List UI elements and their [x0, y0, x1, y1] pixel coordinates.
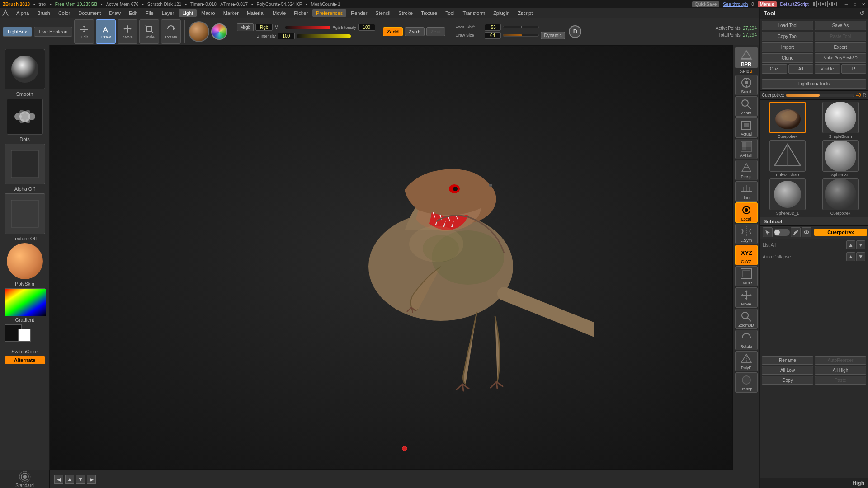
standard-brush[interactable]: Standard — [0, 470, 50, 488]
mrgb-button[interactable]: Mrgb — [237, 23, 254, 31]
zoom-button[interactable]: Zoom — [735, 96, 758, 117]
menu-item-tool[interactable]: Tool — [442, 9, 458, 17]
zcut-button[interactable]: Zcut — [426, 27, 445, 36]
tool-item-sphere3d-1[interactable]: Sphere3D_1 — [762, 178, 813, 216]
menu-item-light[interactable]: Light — [179, 9, 197, 17]
copy-tool-button[interactable]: Copy Tool — [762, 32, 813, 41]
menu-item-zplugin[interactable]: Zplugin — [490, 9, 513, 17]
menu-item-preferences[interactable]: Preferences — [312, 9, 346, 17]
clone-button[interactable]: Clone — [762, 53, 813, 63]
floor-arrow-left[interactable]: ◀ — [54, 475, 63, 484]
menu-item-stroke[interactable]: Stroke — [395, 9, 416, 17]
rename-button[interactable]: Rename — [762, 356, 813, 365]
auto-collapse-down-arrow[interactable]: ▼ — [856, 252, 865, 261]
maximize-icon[interactable]: □ — [854, 2, 856, 7]
live-boolean-button[interactable]: Live Boolean — [34, 27, 73, 37]
tool-item-polymesh3d[interactable]: PolyMesh3D — [762, 140, 813, 177]
cuerpotrex-slider[interactable] — [786, 94, 854, 97]
goz-button[interactable]: GoZ — [762, 64, 787, 74]
scale-button[interactable]: Scale — [139, 19, 159, 44]
load-tool-button[interactable]: Load Tool — [762, 21, 813, 30]
tool-item-sphere3d[interactable]: Sphere3D — [815, 140, 866, 177]
focal-shift-value[interactable]: -55 — [485, 24, 501, 31]
menu-item-stencil[interactable]: Stencil — [372, 9, 394, 17]
menus-button[interactable]: Menus — [758, 1, 777, 7]
all-low-button[interactable]: All Low — [762, 366, 813, 375]
export-button[interactable]: Export — [815, 42, 866, 52]
rgb-intensity-value[interactable]: 100 — [358, 24, 375, 31]
aa-half-button[interactable]: AAHalf — [735, 139, 758, 159]
menu-item-texture[interactable]: Texture — [417, 9, 441, 17]
rotate3d-button[interactable]: Rotate — [735, 330, 758, 350]
save-as-button[interactable]: Save As — [815, 21, 866, 30]
zsub-button[interactable]: Zsub — [405, 27, 425, 36]
zoom3d-button[interactable]: Zoom3D — [735, 309, 758, 329]
menu-item-marker[interactable]: Marker — [220, 9, 242, 17]
lsym-button[interactable]: L.Sym — [735, 224, 758, 244]
import-button[interactable]: Import — [762, 42, 813, 52]
polyf-button[interactable]: PolyF — [735, 351, 758, 371]
menu-item-material[interactable]: Material — [243, 9, 268, 17]
local-button[interactable]: Local — [735, 202, 758, 223]
tool-item-cuerpotrex-2[interactable]: Cuerpotrex — [815, 178, 866, 216]
frame-button[interactable]: Frame — [735, 266, 758, 286]
z-intensity-slider[interactable] — [297, 34, 351, 38]
all-button[interactable]: All — [788, 64, 814, 74]
smooth-brush-preview[interactable] — [5, 49, 45, 89]
paste-button[interactable]: Paste — [815, 376, 866, 385]
make-polymesh3d-button[interactable]: Make PolyMesh3D — [815, 53, 866, 63]
d-button[interactable]: D — [569, 25, 581, 38]
minimize-icon[interactable]: ─ — [845, 2, 848, 7]
menu-item-picker[interactable]: Picker — [290, 9, 311, 17]
menu-item-layer[interactable]: Layer — [158, 9, 178, 17]
rgb-value[interactable]: Rgb — [255, 24, 273, 31]
dynamic-button[interactable]: Dynamic — [541, 32, 566, 39]
subtool-eye-icon-btn[interactable] — [802, 227, 811, 237]
alt-color-swatch[interactable] — [18, 329, 31, 342]
quicksave-button[interactable]: QuickSave — [692, 1, 719, 7]
floor-button[interactable]: Floor — [735, 181, 758, 202]
gradient-bar[interactable] — [5, 288, 45, 315]
r-button[interactable]: R — [841, 64, 867, 74]
list-all-down-arrow[interactable]: ▼ — [856, 240, 865, 249]
floor-arrow-right[interactable]: ▶ — [87, 475, 96, 484]
dots-brush-preview[interactable] — [7, 99, 43, 135]
subtool-pencil-icon-btn[interactable] — [791, 227, 801, 237]
scroll-button[interactable]: Scroll — [735, 75, 758, 95]
draw-button[interactable]: Draw — [96, 19, 116, 44]
menu-item-render[interactable]: Render — [347, 9, 371, 17]
bpr-button[interactable]: BPR — [735, 47, 758, 68]
persp-button[interactable]: Persp — [735, 160, 758, 180]
draw-size-slider[interactable] — [503, 34, 539, 37]
paste-tool-button[interactable]: Paste Tool — [815, 32, 866, 41]
visible-button[interactable]: Visible — [815, 64, 840, 74]
menu-item-alpha[interactable]: Alpha — [13, 9, 33, 17]
floor-arrow-up[interactable]: ▲ — [65, 475, 74, 484]
lightbox-tools-button[interactable]: Lightbox▶Tools — [762, 79, 866, 89]
menu-item-movie[interactable]: Movie — [269, 9, 289, 17]
menu-item-document[interactable]: Document — [75, 9, 104, 17]
gxyz-button[interactable]: XYZ GxYZ — [735, 245, 758, 265]
move-button[interactable]: Move — [118, 19, 137, 44]
lightbox-button[interactable]: LightBox — [3, 27, 32, 37]
polyskin-ball[interactable] — [7, 243, 43, 279]
tool-item-simplebrush[interactable]: SimpleBrush — [815, 102, 866, 139]
rgb-slider[interactable] — [285, 26, 330, 29]
list-all-up-arrow[interactable]: ▲ — [846, 240, 855, 249]
menu-item-color[interactable]: Color — [55, 9, 74, 17]
auto-collapse-up-arrow[interactable]: ▲ — [846, 252, 855, 261]
menu-item-macro[interactable]: Macro — [198, 9, 219, 17]
menu-item-edit[interactable]: Edit — [125, 9, 141, 17]
copy-button[interactable]: Copy — [762, 376, 813, 385]
auto-reorder-button[interactable]: AutoReorder — [815, 356, 866, 365]
texture-preview[interactable] — [5, 193, 45, 234]
all-high-button[interactable]: All High — [815, 366, 866, 375]
floor-arrow-down[interactable]: ▼ — [76, 475, 85, 484]
close-icon[interactable]: ✕ — [862, 2, 865, 7]
rotate-button[interactable]: Rotate — [161, 19, 181, 44]
default-zscript[interactable]: DefaultZScript — [780, 2, 809, 7]
z-intensity-value[interactable]: 100 — [278, 33, 295, 39]
menu-item-zscript[interactable]: Zscript — [514, 9, 536, 17]
subtool-name-button[interactable]: Cuerpotrex — [814, 229, 867, 236]
subtool-icon-btn-1[interactable] — [763, 227, 773, 237]
